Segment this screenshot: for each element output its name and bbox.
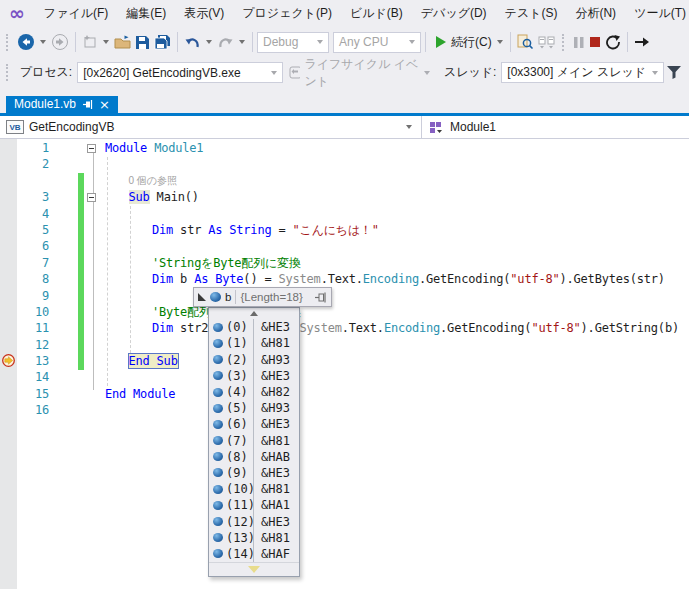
code-editor[interactable]: 1Module Module120 個の参照3Sub Main()45Dim s…: [0, 139, 689, 589]
menu-item-2[interactable]: 表示(V): [175, 0, 233, 27]
code-line-4[interactable]: 4: [0, 206, 689, 222]
scroll-down-button[interactable]: [209, 562, 299, 576]
expander-icon[interactable]: [198, 293, 206, 301]
code-line-14[interactable]: 14: [0, 369, 689, 385]
open-file-button[interactable]: [112, 30, 133, 54]
menu-item-0[interactable]: ファイル(F): [35, 0, 117, 27]
datatip-item-3[interactable]: (3)&HE3: [209, 368, 299, 384]
scroll-up-button[interactable]: [209, 308, 299, 319]
datatip-item-11[interactable]: (11)&HA1: [209, 497, 299, 513]
datatip-item-4[interactable]: (4)&H82: [209, 384, 299, 400]
menu-item-4[interactable]: ビルド(B): [341, 0, 412, 27]
stop-debugging-button[interactable]: [587, 30, 603, 54]
datatip-expanded-list[interactable]: (0)&HE3(1)&H81(2)&H93(3)&HE3(4)&H82(5)&H…: [208, 307, 300, 577]
line-number[interactable]: 5: [0, 222, 55, 238]
datatip-item-2[interactable]: (2)&H93: [209, 352, 299, 368]
datatip-item-13[interactable]: (13)&H81: [209, 530, 299, 546]
collapse-region-button[interactable]: [87, 193, 96, 202]
line-number[interactable]: 10: [0, 304, 55, 320]
project-dropdown[interactable]: VB GetEncodingVB: [0, 116, 421, 138]
code-line-1[interactable]: 1Module Module1: [0, 140, 689, 156]
line-number[interactable]: 11: [0, 320, 55, 336]
code-line-9[interactable]: 9: [0, 288, 689, 304]
code-line-15[interactable]: 15End Module: [0, 386, 689, 402]
close-icon[interactable]: ×: [99, 98, 110, 111]
redo-dropdown[interactable]: [239, 40, 245, 44]
save-button[interactable]: [133, 30, 152, 54]
solution-platform-combo[interactable]: Any CPU: [333, 32, 421, 53]
breakpoint-windows-button[interactable]: [536, 30, 559, 54]
menu-item-3[interactable]: プロジェクト(P): [233, 0, 341, 27]
toolbar-grip[interactable]: [6, 34, 10, 51]
lifecycle-events-button[interactable]: ライフサイクル イベント: [289, 56, 433, 90]
show-next-statement-button[interactable]: [515, 30, 536, 54]
undo-dropdown[interactable]: [206, 40, 212, 44]
code-line-12[interactable]: 12: [0, 337, 689, 353]
toolbar-grip[interactable]: [562, 34, 566, 51]
datatip-item-7[interactable]: (7)&H81: [209, 432, 299, 448]
pin-icon[interactable]: [314, 291, 327, 304]
codelens-row[interactable]: 0 個の参照: [0, 173, 689, 189]
line-number[interactable]: 7: [0, 255, 55, 271]
collapse-region-button[interactable]: [87, 144, 96, 153]
new-project-button[interactable]: [80, 30, 100, 54]
datatip-item-5[interactable]: (5)&H93: [209, 400, 299, 416]
datatip-item-10[interactable]: (10)&H81: [209, 481, 299, 497]
break-all-button[interactable]: [571, 30, 587, 54]
code-line-3[interactable]: 3Sub Main(): [0, 189, 689, 205]
line-number[interactable]: 4: [0, 206, 55, 222]
datatip-item-6[interactable]: (6)&HE3: [209, 416, 299, 432]
code-line-11[interactable]: 11Dim str2 As String = System.Text.Encod…: [0, 320, 689, 336]
line-number[interactable]: 9: [0, 288, 55, 304]
code-line-6[interactable]: 6: [0, 238, 689, 254]
code-line-16[interactable]: 16: [0, 402, 689, 418]
filter-threads-button[interactable]: [664, 61, 684, 85]
solution-configuration-combo[interactable]: Debug: [257, 32, 329, 53]
line-number[interactable]: 8: [0, 271, 55, 287]
code-line-10[interactable]: 10'Byte配列をStringに変換: [0, 304, 689, 320]
menu-item-6[interactable]: テスト(S): [496, 0, 567, 27]
code-line-5[interactable]: 5Dim str As String = "こんにちは！": [0, 222, 689, 238]
code-line-8[interactable]: 8Dim b As Byte() = System.Text.Encoding.…: [0, 271, 689, 287]
datatip-item-8[interactable]: (8)&HAB: [209, 449, 299, 465]
line-number[interactable]: 16: [0, 402, 55, 418]
continue-dropdown[interactable]: [497, 40, 503, 44]
restart-button[interactable]: [603, 30, 623, 54]
code-line-2[interactable]: 2: [0, 156, 689, 172]
current-statement-icon[interactable]: [2, 354, 15, 370]
line-number[interactable]: 12: [0, 337, 55, 353]
menu-item-1[interactable]: 編集(E): [117, 0, 175, 27]
process-combo[interactable]: [0x2620] GetEncodingVB.exe: [77, 62, 282, 83]
line-number[interactable]: [0, 173, 55, 189]
datatip-header[interactable]: b {Length=18}: [193, 287, 332, 307]
line-number[interactable]: 6: [0, 238, 55, 254]
tab-module1[interactable]: Module1.vb ×: [6, 96, 118, 113]
datatip-item-9[interactable]: (9)&HE3: [209, 465, 299, 481]
line-number[interactable]: 1: [0, 140, 55, 156]
step-over-button[interactable]: [632, 30, 653, 54]
line-number[interactable]: 15: [0, 386, 55, 402]
toolbar-grip[interactable]: [6, 64, 10, 81]
member-dropdown[interactable]: Module1: [422, 116, 496, 138]
line-number[interactable]: 2: [0, 156, 55, 172]
menu-item-5[interactable]: デバッグ(D): [412, 0, 496, 27]
redo-button[interactable]: [215, 30, 236, 54]
line-number[interactable]: 14: [0, 369, 55, 385]
new-project-dropdown[interactable]: [103, 40, 109, 44]
undo-button[interactable]: [182, 30, 203, 54]
datatip-item-0[interactable]: (0)&HE3: [209, 319, 299, 335]
datatip-item-14[interactable]: (14)&HAF: [209, 546, 299, 562]
line-number[interactable]: 3: [0, 189, 55, 205]
menu-item-7[interactable]: 分析(N): [566, 0, 625, 27]
menu-item-8[interactable]: ツール(T): [625, 0, 689, 27]
navigate-backward-dropdown[interactable]: [40, 40, 46, 44]
datatip-item-12[interactable]: (12)&HE3: [209, 513, 299, 529]
thread-combo[interactable]: [0x3300] メイン スレッド: [501, 62, 664, 83]
navigate-forward-button[interactable]: [49, 30, 71, 54]
datatip-item-1[interactable]: (1)&H81: [209, 335, 299, 351]
code-line-13[interactable]: 13End Sub: [0, 353, 689, 369]
navigate-backward-button[interactable]: [15, 30, 37, 54]
save-all-button[interactable]: [152, 30, 173, 54]
code-line-7[interactable]: 7'StringをByte配列に変換: [0, 255, 689, 271]
continue-button[interactable]: 続行(C): [430, 30, 494, 54]
